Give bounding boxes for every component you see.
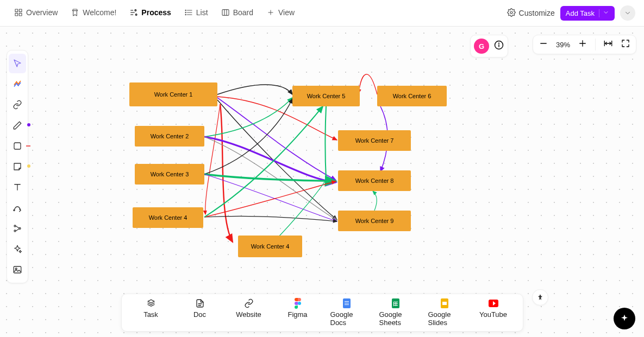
customize-label: Customize bbox=[519, 9, 555, 17]
zoom-in-button[interactable] bbox=[578, 39, 587, 50]
dock-gdocs[interactable]: Google Docs bbox=[330, 298, 363, 327]
top-right-controls: Customize Add Task bbox=[507, 5, 635, 21]
connector-tool[interactable] bbox=[9, 198, 26, 218]
svg-rect-18 bbox=[14, 143, 21, 149]
left-toolbar bbox=[7, 50, 28, 283]
work-center-node[interactable]: Work Center 3 bbox=[135, 164, 204, 185]
dock-task[interactable]: Task bbox=[135, 298, 167, 327]
separator bbox=[595, 39, 596, 50]
pen-tool[interactable] bbox=[9, 116, 26, 135]
svg-rect-2 bbox=[15, 13, 18, 16]
info-icon[interactable] bbox=[493, 40, 504, 53]
chevron-down-icon[interactable] bbox=[599, 9, 609, 17]
gdocs-icon bbox=[342, 298, 352, 308]
task-icon bbox=[146, 298, 156, 308]
collaborator-panel: G bbox=[470, 35, 508, 58]
tab-list[interactable]: List bbox=[179, 4, 214, 22]
overview-icon bbox=[14, 8, 23, 17]
svg-point-17 bbox=[510, 11, 512, 14]
list-icon bbox=[184, 8, 193, 17]
whiteboard-canvas[interactable] bbox=[0, 27, 644, 337]
dock-figma[interactable]: Figma bbox=[282, 298, 314, 327]
work-center-node[interactable]: Work Center 2 bbox=[135, 126, 204, 147]
add-view-button[interactable]: View bbox=[261, 4, 300, 22]
plus-icon bbox=[266, 8, 275, 17]
work-center-node[interactable]: Work Center 6 bbox=[377, 86, 447, 106]
zoom-level[interactable]: 39% bbox=[556, 41, 570, 49]
dock-label: Task bbox=[143, 310, 158, 319]
text-tool[interactable] bbox=[9, 177, 26, 197]
work-center-node[interactable]: Work Center 7 bbox=[338, 130, 411, 151]
pin-dock-button[interactable] bbox=[532, 289, 548, 306]
svg-point-5 bbox=[136, 14, 137, 16]
dock-gslides[interactable]: Google Slides bbox=[428, 298, 461, 327]
process-icon bbox=[129, 8, 138, 17]
tab-label: Process bbox=[141, 8, 171, 17]
work-center-node[interactable]: Work Center 8 bbox=[338, 170, 411, 191]
svg-point-27 bbox=[499, 43, 499, 43]
zoom-out-button[interactable] bbox=[539, 39, 548, 50]
svg-rect-12 bbox=[222, 10, 229, 16]
pointer-tool[interactable] bbox=[9, 54, 26, 73]
dock-label: Figma bbox=[287, 310, 307, 319]
svg-rect-23 bbox=[14, 266, 21, 273]
svg-point-10 bbox=[185, 12, 186, 12]
view-tabs: Overview Welcome! Process List Board bbox=[9, 4, 300, 22]
zoom-controls: 39% bbox=[533, 35, 636, 54]
tab-label: Welcome! bbox=[83, 8, 116, 17]
work-center-node[interactable]: Work Center 9 bbox=[338, 211, 411, 231]
work-center-node[interactable]: Work Center 4 bbox=[133, 207, 203, 228]
dock-label: Google Sheets bbox=[379, 310, 412, 327]
add-task-button[interactable]: Add Task bbox=[560, 6, 615, 21]
tab-board[interactable]: Board bbox=[216, 4, 259, 22]
diagram-tool[interactable] bbox=[9, 219, 26, 238]
pen-color-indicator bbox=[27, 123, 30, 126]
svg-point-4 bbox=[135, 10, 136, 11]
sparkle-tool[interactable] bbox=[9, 239, 26, 259]
svg-point-11 bbox=[185, 14, 186, 15]
work-center-node[interactable]: Work Center 5 bbox=[292, 86, 360, 106]
customize-button[interactable]: Customize bbox=[507, 8, 555, 18]
work-center-node[interactable]: Work Center 1 bbox=[129, 82, 217, 106]
insert-dock: Task Doc Website Figma Google Docs Googl… bbox=[121, 294, 523, 332]
top-nav: Overview Welcome! Process List Board bbox=[0, 0, 644, 27]
add-task-label: Add Task bbox=[566, 9, 595, 17]
tab-overview[interactable]: Overview bbox=[9, 4, 63, 22]
avatar[interactable]: G bbox=[474, 39, 489, 54]
svg-point-9 bbox=[185, 10, 186, 10]
tab-process[interactable]: Process bbox=[124, 4, 176, 22]
tab-welcome[interactable]: Welcome! bbox=[65, 4, 122, 22]
shape-color-indicator bbox=[26, 145, 30, 147]
view-label: View bbox=[278, 8, 295, 17]
svg-rect-3 bbox=[19, 13, 22, 16]
tab-label: Board bbox=[233, 8, 253, 17]
ai-fab-button[interactable] bbox=[614, 308, 635, 329]
svg-point-36 bbox=[298, 302, 301, 305]
welcome-icon bbox=[71, 8, 79, 17]
more-menu-button[interactable] bbox=[620, 5, 635, 21]
sticky-note-tool[interactable] bbox=[9, 157, 26, 176]
gear-icon bbox=[507, 8, 516, 18]
link-icon bbox=[244, 298, 254, 308]
svg-rect-1 bbox=[19, 9, 22, 12]
doc-icon bbox=[195, 298, 205, 308]
dock-label: Google Docs bbox=[330, 310, 363, 327]
dock-website[interactable]: Website bbox=[233, 298, 265, 327]
dot-grid-background bbox=[0, 27, 644, 337]
figma-icon bbox=[293, 298, 303, 308]
youtube-icon bbox=[489, 298, 498, 308]
dock-label: Website bbox=[236, 310, 261, 319]
gsheets-icon bbox=[391, 298, 401, 308]
dock-gsheets[interactable]: Google Sheets bbox=[379, 298, 412, 327]
dock-doc[interactable]: Doc bbox=[184, 298, 216, 327]
shape-tool[interactable] bbox=[9, 136, 26, 156]
work-center-node[interactable]: Work Center 4 bbox=[238, 236, 302, 257]
image-tool[interactable] bbox=[9, 260, 26, 279]
fit-width-button[interactable] bbox=[603, 39, 613, 50]
board-icon bbox=[221, 8, 230, 17]
dock-youtube[interactable]: YouTube bbox=[477, 298, 510, 327]
dock-label: Doc bbox=[193, 310, 206, 319]
fullscreen-button[interactable] bbox=[621, 39, 630, 50]
ai-tool[interactable] bbox=[9, 74, 26, 94]
link-tool[interactable] bbox=[9, 95, 26, 115]
